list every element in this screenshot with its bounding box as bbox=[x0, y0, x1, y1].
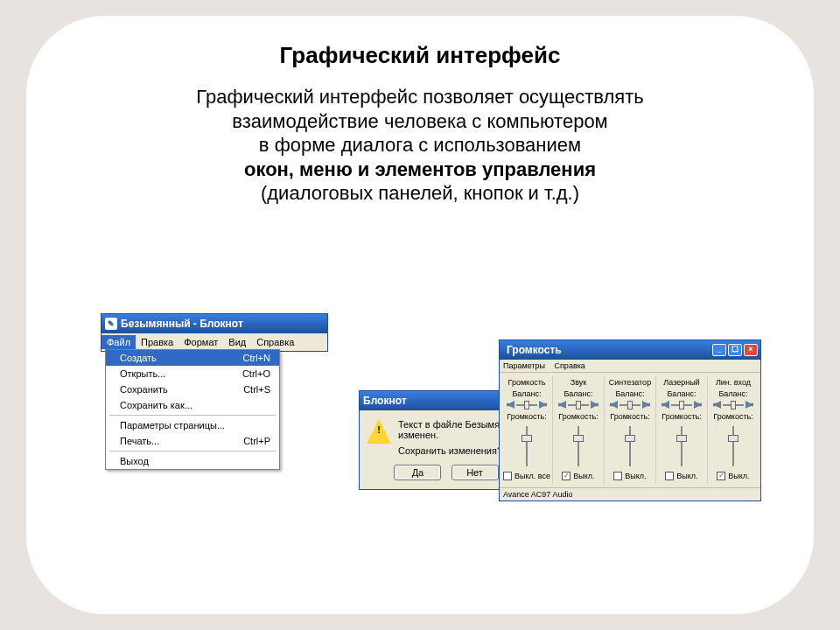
menu-item-new-label: Создать bbox=[120, 353, 157, 363]
col-cd-name: Лазерный bbox=[657, 378, 706, 387]
body-line-5: (диалоговых панелей, кнопок и т.д.) bbox=[261, 182, 579, 204]
warning-icon bbox=[367, 419, 391, 444]
mute-checkbox[interactable] bbox=[613, 472, 622, 480]
col-wave-balance[interactable] bbox=[554, 401, 603, 409]
mute-checkbox[interactable] bbox=[665, 472, 674, 480]
col-cd-mute[interactable]: Выкл. bbox=[657, 472, 706, 480]
menu-edit[interactable]: Правка bbox=[136, 335, 178, 349]
menu-item-save-label: Сохранить bbox=[120, 384, 168, 395]
balance-slider[interactable] bbox=[620, 404, 640, 406]
notepad-title: Безымянный - Блокнот bbox=[121, 318, 243, 330]
col-cd-balance-label: Баланс: bbox=[657, 389, 706, 398]
menu-item-open-shortcut: Ctrl+O bbox=[242, 368, 270, 379]
menu-item-open-label: Открыть... bbox=[120, 368, 165, 379]
col-linein-balance-label: Баланс: bbox=[709, 389, 758, 398]
maximize-button[interactable]: ☐ bbox=[728, 344, 742, 356]
volume-window-buttons: _ ☐ × bbox=[712, 344, 758, 356]
notepad-titlebar[interactable]: ✎ Безымянный - Блокнот bbox=[102, 314, 327, 333]
menu-item-exit[interactable]: Выход bbox=[106, 453, 279, 469]
menu-item-print[interactable]: Печать... Ctrl+P bbox=[106, 433, 279, 449]
volume-col-cd: Лазерный Баланс: Громкость: Выкл. bbox=[656, 376, 708, 484]
volume-col-wave: Звук Баланс: Громкость: ✓ Выкл. bbox=[553, 376, 605, 484]
menu-item-save[interactable]: Сохранить Ctrl+S bbox=[106, 382, 279, 397]
slide-title: Графический интерфейс bbox=[79, 42, 761, 69]
col-wave-mute[interactable]: ✓ Выкл. bbox=[554, 472, 603, 480]
mute-checkbox[interactable]: ✓ bbox=[562, 472, 570, 480]
notepad-menubar[interactable]: Файл Правка Формат Вид Справка bbox=[102, 333, 327, 351]
volume-slider[interactable] bbox=[681, 426, 682, 466]
menu-help[interactable]: Справка bbox=[251, 335, 299, 349]
col-linein-mute[interactable]: ✓ Выкл. bbox=[709, 472, 758, 480]
volume-window[interactable]: Громкость _ ☐ × Параметры Справка Громко… bbox=[499, 340, 761, 501]
volume-col-master: Громкость Баланс: Громкость: Выкл. все bbox=[501, 376, 553, 484]
mute-label: Выкл. bbox=[573, 472, 594, 480]
menu-item-open[interactable]: Открыть... Ctrl+O bbox=[106, 366, 279, 382]
volume-col-synth: Синтезатор Баланс: Громкость: Выкл. bbox=[605, 376, 656, 484]
menu-item-page-setup[interactable]: Параметры страницы... bbox=[106, 417, 279, 433]
mute-label: Выкл. все bbox=[514, 472, 550, 480]
volume-titlebar[interactable]: Громкость _ ☐ × bbox=[500, 340, 760, 360]
mute-label: Выкл. bbox=[728, 472, 749, 480]
col-wave-balance-label: Баланс: bbox=[554, 389, 603, 398]
volume-col-linein: Лин. вход Баланс: Громкость: ✓ Выкл. bbox=[708, 376, 759, 484]
col-synth-mute[interactable]: Выкл. bbox=[606, 472, 654, 480]
file-menu-popup[interactable]: Создать Ctrl+N Открыть... Ctrl+O Сохрани… bbox=[105, 349, 280, 470]
dialog-no-button[interactable]: Нет bbox=[452, 465, 499, 480]
body-line-2: взаимодействие человека с компьютером bbox=[232, 110, 608, 132]
volume-menubar[interactable]: Параметры Справка bbox=[500, 360, 760, 373]
menu-view[interactable]: Вид bbox=[223, 335, 251, 349]
speaker-left-icon bbox=[713, 401, 721, 409]
menu-item-save-as[interactable]: Сохранить как... bbox=[106, 397, 279, 413]
col-cd-balance[interactable] bbox=[657, 401, 706, 409]
minimize-button[interactable]: _ bbox=[712, 344, 726, 356]
volume-title: Громкость bbox=[503, 344, 712, 356]
volume-slider[interactable] bbox=[526, 426, 528, 466]
col-synth-balance-label: Баланс: bbox=[606, 389, 654, 398]
close-button[interactable]: × bbox=[744, 344, 758, 356]
volume-slider[interactable] bbox=[629, 426, 631, 466]
col-master-name: Громкость bbox=[502, 378, 551, 387]
col-synth-balance[interactable] bbox=[606, 401, 654, 409]
menu-item-page-setup-label: Параметры страницы... bbox=[120, 420, 225, 430]
menu-format[interactable]: Формат bbox=[178, 335, 223, 349]
col-master-mute[interactable]: Выкл. все bbox=[502, 472, 551, 480]
menu-item-new-shortcut: Ctrl+N bbox=[243, 353, 270, 363]
speaker-right-icon bbox=[591, 401, 598, 409]
examples-area: ✎ Безымянный - Блокнот Файл Правка Форма… bbox=[61, 313, 779, 579]
col-wave-name: Звук bbox=[554, 378, 603, 387]
balance-slider[interactable] bbox=[671, 404, 692, 406]
notepad-icon: ✎ bbox=[105, 318, 117, 330]
balance-slider[interactable] bbox=[723, 404, 744, 406]
speaker-right-icon bbox=[539, 401, 547, 409]
speaker-left-icon bbox=[558, 401, 566, 409]
speaker-left-icon bbox=[507, 401, 514, 409]
mute-checkbox[interactable]: ✓ bbox=[717, 472, 725, 480]
notepad-window[interactable]: ✎ Безымянный - Блокнот Файл Правка Форма… bbox=[101, 313, 328, 352]
col-linein-vol-label: Громкость: bbox=[709, 412, 758, 421]
balance-slider[interactable] bbox=[568, 404, 589, 406]
volume-menu-options[interactable]: Параметры bbox=[503, 361, 545, 370]
body-line-1: Графический интерфейс позволяет осуществ… bbox=[196, 86, 644, 108]
menu-item-new[interactable]: Создать Ctrl+N bbox=[106, 350, 279, 366]
speaker-right-icon bbox=[694, 401, 702, 409]
menu-item-print-label: Печать... bbox=[120, 436, 159, 446]
balance-slider[interactable] bbox=[516, 404, 537, 406]
speaker-left-icon bbox=[662, 401, 669, 409]
volume-menu-help[interactable]: Справка bbox=[555, 361, 585, 370]
volume-slider[interactable] bbox=[578, 426, 579, 466]
body-line-bold: окон, меню и элементов управления bbox=[244, 158, 596, 180]
volume-slider[interactable] bbox=[732, 426, 734, 466]
col-synth-vol-label: Громкость: bbox=[606, 412, 654, 421]
col-linein-balance[interactable] bbox=[709, 401, 758, 409]
menu-file[interactable]: Файл bbox=[102, 335, 136, 349]
speaker-right-icon bbox=[746, 401, 753, 409]
slide-body: Графический интерфейс позволяет осуществ… bbox=[79, 85, 761, 206]
mute-checkbox[interactable] bbox=[503, 472, 512, 480]
speaker-right-icon bbox=[642, 401, 650, 409]
dialog-yes-button[interactable]: Да bbox=[394, 465, 441, 480]
col-master-balance[interactable] bbox=[502, 401, 551, 409]
menu-item-print-shortcut: Ctrl+P bbox=[243, 436, 270, 446]
menu-separator-2 bbox=[109, 451, 276, 452]
col-wave-vol-label: Громкость: bbox=[554, 412, 603, 421]
mute-label: Выкл. bbox=[676, 472, 697, 480]
